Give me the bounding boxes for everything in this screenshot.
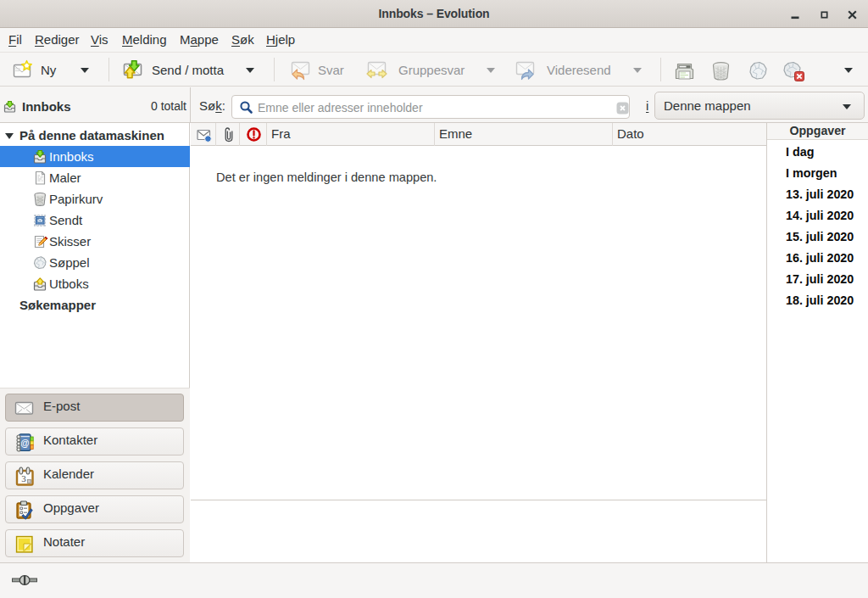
svg-text:3: 3: [21, 473, 26, 483]
svg-text:@: @: [20, 438, 29, 448]
